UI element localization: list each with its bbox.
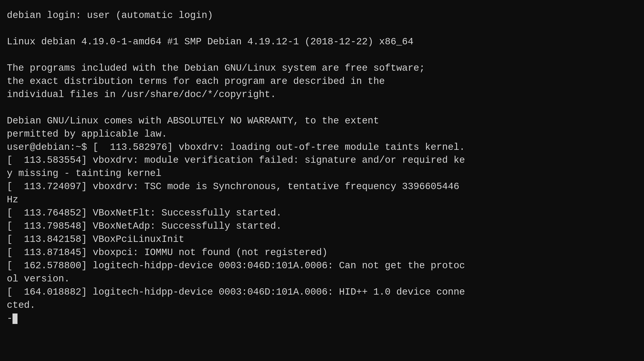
terminal-cursor [12, 313, 18, 324]
terminal-screen: debian login: user (automatic login) Lin… [0, 0, 644, 361]
